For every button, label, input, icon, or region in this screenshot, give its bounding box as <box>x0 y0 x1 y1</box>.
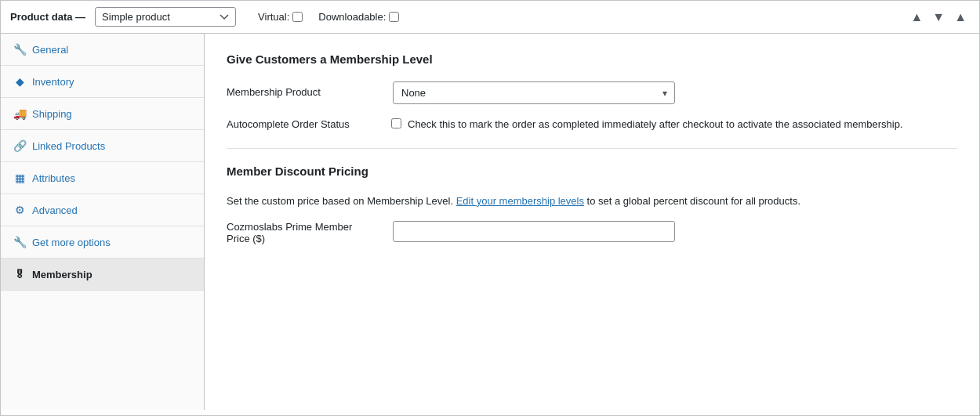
product-data-label: Product data — <box>10 11 85 23</box>
cozmoslabs-price-input[interactable] <box>393 221 675 242</box>
sidebar-item-attributes[interactable]: ▦ Attributes <box>1 162 204 194</box>
cozmoslabs-price-row: Cozmoslabs Prime Member Price ($) <box>227 221 957 244</box>
move-up-button[interactable]: ▲ <box>907 9 926 26</box>
membership-level-section: Give Customers a Membership Level Member… <box>227 52 957 132</box>
downloadable-checkbox[interactable] <box>389 12 399 22</box>
membership-level-title: Give Customers a Membership Level <box>227 52 957 66</box>
virtual-checkbox-label[interactable]: Virtual: <box>258 11 303 23</box>
sidebar-item-advanced[interactable]: ⚙ Advanced <box>1 194 204 226</box>
autocomplete-label: Autocomplete Order Status <box>227 117 383 130</box>
downloadable-checkbox-label[interactable]: Downloadable: <box>318 11 399 23</box>
sidebar-item-get-more-options[interactable]: 🔧 Get more options <box>1 226 204 259</box>
membership-product-label: Membership Product <box>227 81 383 98</box>
sidebar-item-inventory[interactable]: ◆ Inventory <box>1 66 204 98</box>
member-discount-title: Member Discount Pricing <box>227 165 957 178</box>
autocomplete-row: Autocomplete Order Status Check this to … <box>227 117 957 132</box>
sidebar: 🔧 General ◆ Inventory 🚚 Shipping 🔗 Linke… <box>1 34 205 410</box>
product-data-header: Product data — Simple product Virtual: D… <box>1 1 979 34</box>
member-discount-section: Member Discount Pricing Set the custom p… <box>227 165 957 245</box>
membership-product-row: Membership Product None Premium Basic ▾ <box>227 81 957 104</box>
autocomplete-description: Check this to mark the order as complete… <box>408 117 903 132</box>
sidebar-label-advanced: Advanced <box>32 204 78 216</box>
sidebar-item-shipping[interactable]: 🚚 Shipping <box>1 98 204 130</box>
sidebar-label-general: General <box>32 44 68 56</box>
attributes-icon: ▦ <box>13 172 26 184</box>
downloadable-label-text: Downloadable: <box>318 11 386 23</box>
membership-icon: 🎖 <box>13 268 26 280</box>
sidebar-label-membership: Membership <box>32 269 93 280</box>
product-data-body: 🔧 General ◆ Inventory 🚚 Shipping 🔗 Linke… <box>1 34 979 410</box>
edit-membership-levels-link[interactable]: Edit your membership levels <box>456 195 584 207</box>
link-icon: 🔗 <box>13 139 26 152</box>
product-data-panel: Product data — Simple product Virtual: D… <box>0 0 980 416</box>
section-divider <box>227 148 957 149</box>
inventory-icon: ◆ <box>13 75 26 88</box>
sidebar-label-inventory: Inventory <box>32 76 74 88</box>
membership-product-select[interactable]: None Premium Basic <box>393 81 675 104</box>
cozmoslabs-label: Cozmoslabs Prime Member Price ($) <box>227 221 383 244</box>
sidebar-label-attributes: Attributes <box>32 172 75 184</box>
discount-description-prefix: Set the custom price based on Membership… <box>227 195 453 207</box>
sidebar-item-general[interactable]: 🔧 General <box>1 34 204 66</box>
get-more-icon: 🔧 <box>13 236 26 248</box>
wrench-icon: 🔧 <box>13 43 26 56</box>
collapse-button[interactable]: ▲ <box>951 9 970 26</box>
product-type-select[interactable]: Simple product <box>95 7 236 27</box>
cozmoslabs-label-line2: Price ($) <box>227 233 383 244</box>
content-area: Give Customers a Membership Level Member… <box>205 34 979 410</box>
header-actions: ▲ ▼ ▲ <box>907 9 970 26</box>
virtual-downloadable-group: Virtual: Downloadable: <box>258 11 399 23</box>
sidebar-label-get-more-options: Get more options <box>32 237 111 248</box>
autocomplete-checkbox[interactable] <box>391 118 401 128</box>
membership-select-wrapper: None Premium Basic ▾ <box>393 81 675 104</box>
discount-description: Set the custom price based on Membership… <box>227 194 957 209</box>
discount-description-suffix: to set a global percent discount for all… <box>587 195 800 207</box>
cozmoslabs-label-line1: Cozmoslabs Prime Member <box>227 221 383 233</box>
virtual-label-text: Virtual: <box>258 11 289 23</box>
shipping-icon: 🚚 <box>13 107 26 120</box>
autocomplete-field: Check this to mark the order as complete… <box>391 117 903 132</box>
move-down-button[interactable]: ▼ <box>929 9 948 26</box>
cozmoslabs-price-field <box>393 221 957 242</box>
virtual-checkbox[interactable] <box>292 12 303 22</box>
sidebar-item-membership[interactable]: 🎖 Membership <box>1 259 204 291</box>
sidebar-item-linked-products[interactable]: 🔗 Linked Products <box>1 130 204 162</box>
membership-product-field: None Premium Basic ▾ <box>393 81 957 104</box>
gear-icon: ⚙ <box>13 204 26 216</box>
sidebar-label-shipping: Shipping <box>32 108 72 120</box>
sidebar-label-linked-products: Linked Products <box>32 140 105 152</box>
